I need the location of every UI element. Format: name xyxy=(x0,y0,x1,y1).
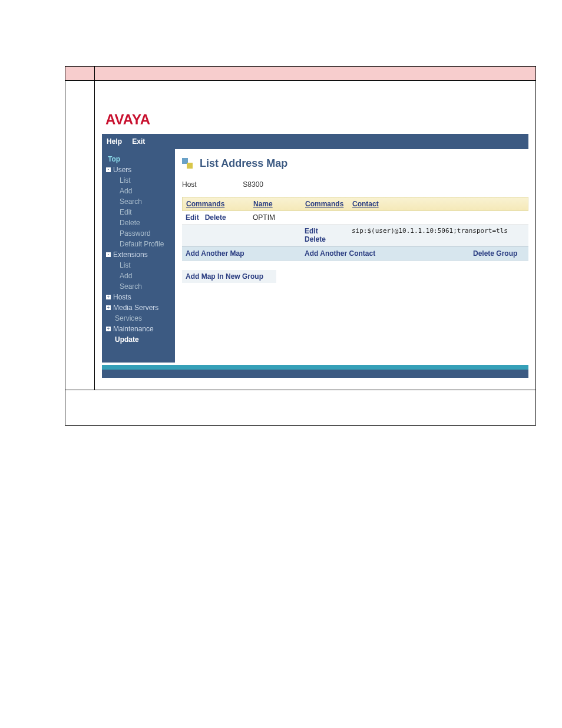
expand-icon: + xyxy=(106,295,111,299)
page-title: List Address Map xyxy=(200,157,287,170)
sidebar-item-users-edit[interactable]: Edit xyxy=(102,207,175,218)
footer-dark xyxy=(102,370,528,378)
sidebar-item-users-delete[interactable]: Delete xyxy=(102,218,175,228)
frame-header-left xyxy=(65,67,95,81)
contact-value: sip:$(user)@10.1.1.10:5061;transport=tls xyxy=(348,225,528,246)
app-window: AVAYA Help Exit Top - Users xyxy=(102,110,528,378)
sidebar-top[interactable]: Top xyxy=(102,154,175,164)
col-name[interactable]: Name xyxy=(250,197,302,210)
contact-edit-link[interactable]: Edit xyxy=(305,227,318,235)
page-title-icon xyxy=(182,158,194,170)
logo-text: AVAYA xyxy=(105,111,150,127)
collapse-icon: - xyxy=(106,252,111,257)
col-contact[interactable]: Contact xyxy=(349,197,528,210)
sidebar-item-users-default-profile[interactable]: Default Profile xyxy=(102,239,175,249)
sidebar-item-services[interactable]: Services xyxy=(102,313,175,324)
map-name: OPTIM xyxy=(249,211,301,224)
frame-header-right xyxy=(95,67,536,81)
sidebar-update[interactable]: Update xyxy=(102,334,175,345)
expand-icon: + xyxy=(106,305,111,310)
sidebar-item-users-add[interactable]: Add xyxy=(102,186,175,196)
page-title-row: List Address Map xyxy=(182,157,528,170)
frame-body: AVAYA Help Exit Top - Users xyxy=(95,81,536,390)
menu-help[interactable]: Help xyxy=(107,137,122,146)
avaya-logo: AVAYA xyxy=(105,110,528,128)
sidebar-group-hosts[interactable]: + Hosts xyxy=(102,292,175,302)
sidebar-item-users-list[interactable]: List xyxy=(102,175,175,186)
sidebar-item-users-search[interactable]: Search xyxy=(102,196,175,207)
host-label: Host xyxy=(182,180,241,189)
contact-row: Edit Delete sip:$(user)@10.1.1.10:5061;t… xyxy=(182,225,528,246)
delete-group[interactable]: Delete Group xyxy=(470,247,528,260)
address-map-grid: Commands Name Commands Contact Edit xyxy=(182,197,528,261)
map-edit-link[interactable]: Edit xyxy=(186,213,199,222)
menubar: Help Exit xyxy=(102,134,528,149)
map-row: Edit Delete OPTIM xyxy=(182,211,528,225)
host-value: S8300 xyxy=(243,180,263,189)
host-line: Host S8300 xyxy=(182,180,528,189)
expand-icon: + xyxy=(106,327,111,331)
sidebar-group-maintenance[interactable]: + Maintenance xyxy=(102,324,175,334)
sidebar-item-ext-list[interactable]: List xyxy=(102,260,175,271)
frame-gutter xyxy=(65,81,95,390)
sidebar: Top - Users List Add Search Edit Delete … xyxy=(102,149,175,363)
content-area: List Address Map Host S8300 Commands Nam… xyxy=(175,149,528,363)
collapse-icon: - xyxy=(106,167,111,172)
contact-delete-link[interactable]: Delete xyxy=(305,235,326,243)
grid-header: Commands Name Commands Contact xyxy=(182,197,528,211)
col-commands-2[interactable]: Commands xyxy=(302,197,349,210)
sidebar-item-ext-search[interactable]: Search xyxy=(102,281,175,292)
sidebar-item-ext-add[interactable]: Add xyxy=(102,271,175,281)
footer-accent xyxy=(102,365,528,370)
sidebar-group-users[interactable]: - Users xyxy=(102,164,175,175)
sidebar-group-media-servers[interactable]: + Media Servers xyxy=(102,302,175,313)
sidebar-item-users-password[interactable]: Password xyxy=(102,228,175,239)
frame-footer xyxy=(65,390,536,426)
add-map-new-group[interactable]: Add Map In New Group xyxy=(182,270,276,283)
col-commands-1[interactable]: Commands xyxy=(183,197,250,210)
add-another-map[interactable]: Add Another Map xyxy=(182,247,301,260)
sidebar-group-extensions[interactable]: - Extensions xyxy=(102,249,175,260)
menu-exit[interactable]: Exit xyxy=(132,137,145,146)
group-actions: Add Another Map Add Another Contact Dele… xyxy=(182,246,528,261)
add-another-contact[interactable]: Add Another Contact xyxy=(301,247,470,260)
map-delete-link[interactable]: Delete xyxy=(205,213,226,222)
doc-frame: AVAYA Help Exit Top - Users xyxy=(65,66,536,426)
